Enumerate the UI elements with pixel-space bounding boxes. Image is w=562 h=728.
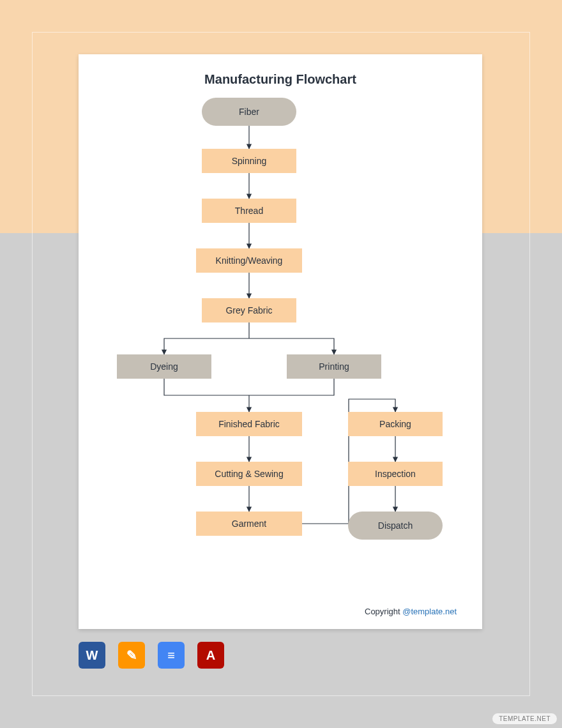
page-title: Manufacturing Flowchart [79,72,482,87]
copyright-link[interactable]: @template.net [402,607,457,616]
flow-node-fiber: Fiber [202,98,296,126]
flow-node-packing: Packing [348,412,443,436]
flow-node-inspection: Inspection [348,462,443,486]
gdocs-icon[interactable]: ≡ [158,642,185,669]
flow-node-cutting: Cutting & Sewing [196,462,302,486]
document-page: Manufacturing Flowchart FiberSpinningThr… [79,54,482,629]
flow-node-knitting: Knitting/Weaving [196,248,302,273]
flow-node-dyeing: Dyeing [117,354,211,379]
flow-node-thread: Thread [202,199,296,223]
flow-arrows [79,54,482,629]
pdf-icon[interactable]: A [197,642,224,669]
flow-node-garment: Garment [196,512,302,536]
copyright-text: Copyright @template.net [365,607,457,616]
flow-node-dispatch: Dispatch [348,512,443,540]
flow-node-finished: Finished Fabric [196,412,302,436]
flow-node-greyfabric: Grey Fabric [202,298,296,322]
format-icons-row: W✎≡A [79,642,224,669]
word-icon[interactable]: W [79,642,105,669]
pages-icon[interactable]: ✎ [118,642,145,669]
flow-node-spinning: Spinning [202,149,296,173]
flow-node-printing: Printing [287,354,381,379]
watermark-badge: TEMPLATE.NET [492,713,557,724]
